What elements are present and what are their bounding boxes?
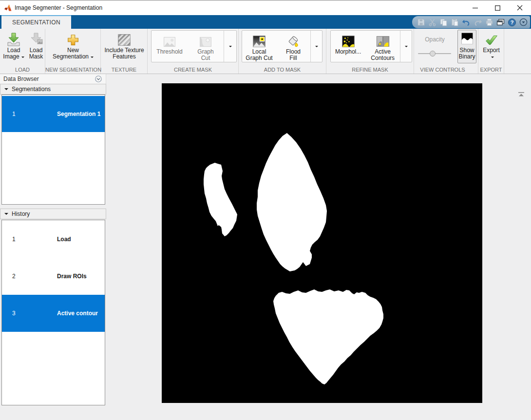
window-title: Image Segmenter - Segmentation [15, 4, 102, 11]
chevron-down-icon [405, 46, 408, 49]
threshold-button[interactable]: Threshold [152, 31, 188, 62]
image-segmenter-window: Image Segmenter - Segmentation SEGMENTAT… [0, 0, 531, 420]
segmentation-item-index: 1 [12, 111, 16, 117]
create-mask-gallery-dropdown[interactable] [224, 31, 236, 62]
chevron-down-icon [315, 46, 318, 49]
load-image-icon [6, 31, 21, 47]
graph-cut-label-2: Cut [201, 55, 210, 61]
section-label-add-to-mask: ADD TO MASK [239, 67, 326, 73]
history-item-label: Load [57, 236, 71, 243]
maximize-button[interactable] [486, 0, 509, 15]
matlab-logo-icon [4, 4, 12, 12]
dropdown-arrow [91, 57, 94, 59]
load-mask-button[interactable]: Load Mask [26, 31, 46, 60]
refine-mask-gallery: Morphol... Active Contours [330, 30, 412, 62]
refine-mask-gallery-dropdown[interactable] [400, 31, 412, 62]
flood-fill-button[interactable]: Flood Fill [276, 31, 310, 62]
print-icon[interactable] [485, 18, 493, 27]
help-icon[interactable]: ? [508, 18, 516, 27]
graph-cut-icon [199, 33, 212, 49]
section-label-texture: TEXTURE [101, 67, 147, 73]
section-refine-mask: Morphol... Active Contours [326, 29, 414, 74]
section-label-export: EXPORT [478, 67, 504, 73]
history-list-item[interactable]: 1 Load [2, 221, 105, 258]
section-label-view-controls: VIEW CONTROLS [407, 67, 478, 73]
morphology-button[interactable]: Morphol... [331, 31, 365, 62]
add-to-mask-gallery: Local Graph Cut Flood Fil [242, 30, 322, 62]
local-graph-cut-button[interactable]: Local Graph Cut [242, 31, 276, 62]
maximize-icon [495, 5, 500, 11]
include-texture-button[interactable]: Include Texture Features [102, 31, 147, 60]
close-button[interactable] [509, 0, 531, 15]
show-binary-label-2: Binary [458, 54, 475, 60]
history-header-label: History [12, 210, 30, 217]
collapse-ribbon-icon[interactable] [517, 91, 525, 98]
active-contours-button[interactable]: Active Contours [365, 31, 400, 62]
section-label-load: LOAD [0, 67, 45, 73]
opacity-slider-thumb[interactable] [430, 51, 436, 57]
data-browser-header: Data Browser [0, 74, 106, 84]
load-image-label-2: Image [3, 53, 19, 60]
show-binary-toggle[interactable]: Show Binary [457, 30, 476, 63]
add-to-mask-gallery-dropdown[interactable] [310, 31, 322, 62]
redo-icon[interactable] [474, 18, 482, 27]
segmentations-section-header[interactable]: Segmentations [0, 84, 106, 95]
history-item-label: Active contour [57, 310, 98, 317]
local-graph-cut-label-2: Graph Cut [246, 55, 272, 61]
data-browser-title: Data Browser [3, 76, 39, 82]
chevron-down-icon [229, 46, 232, 49]
history-list-item[interactable]: 3 Active contour [2, 295, 105, 332]
quick-access-toolbar: ? [412, 16, 530, 28]
minimize-button[interactable] [464, 0, 486, 15]
collapse-triangle-icon [4, 213, 8, 217]
active-contours-label-2: Contours [371, 55, 395, 61]
segmentation-list-item[interactable]: 1 Segmentation 1 [2, 96, 105, 132]
morphology-label-1: Morphol... [335, 49, 361, 55]
history-item-index: 1 [12, 236, 16, 243]
paste-icon[interactable] [451, 18, 459, 27]
export-icon [485, 31, 498, 47]
flood-fill-icon [286, 33, 301, 49]
cut-icon[interactable] [428, 18, 436, 27]
segmentation-canvas[interactable] [162, 83, 482, 403]
load-image-button[interactable]: Load Image [2, 31, 25, 60]
export-label: Export [483, 47, 500, 54]
history-list-item[interactable]: 2 Draw ROIs [2, 258, 105, 295]
local-graph-cut-icon [252, 33, 266, 49]
active-contours-icon [376, 33, 390, 49]
new-segmentation-icon [66, 31, 80, 47]
history-item-index: 2 [12, 273, 16, 280]
history-list: 1 Load 2 Draw ROIs 3 Active contour [1, 220, 105, 405]
tab-segmentation[interactable]: SEGMENTATION [1, 15, 71, 29]
ribbon: Load Image Load Mask LOAD [0, 29, 531, 74]
new-segmentation-button[interactable]: New Segmentation [46, 31, 100, 60]
layout-windows-icon[interactable] [496, 18, 505, 27]
history-section-header[interactable]: History [0, 209, 106, 219]
titlebar: Image Segmenter - Segmentation [0, 0, 531, 15]
new-segmentation-label-2: Segmentation [53, 53, 89, 60]
dropdown-arrow [491, 57, 494, 59]
close-icon [517, 5, 523, 11]
section-view-controls: Opacity Show Binary VIEW CONTROLS [414, 29, 478, 74]
threshold-icon [163, 33, 176, 49]
graph-cut-button[interactable]: Graph Cut [188, 31, 224, 62]
minimize-icon [473, 5, 478, 11]
tab-label: SEGMENTATION [12, 19, 60, 26]
load-mask-icon [28, 31, 44, 47]
more-menu-icon[interactable] [519, 18, 528, 27]
flood-fill-label-2: Fill [289, 55, 297, 61]
dropdown-arrow [21, 57, 24, 59]
threshold-label-1: Threshold [156, 49, 182, 55]
opacity-label: Opacity [414, 36, 455, 43]
collapse-triangle-icon [4, 88, 8, 92]
panel-menu-icon[interactable] [95, 76, 102, 82]
copy-icon[interactable] [439, 18, 448, 27]
segmentations-header-label: Segmentations [12, 86, 51, 93]
undo-icon[interactable] [462, 18, 471, 27]
section-export: Export EXPORT [478, 29, 504, 74]
export-button[interactable]: Export [480, 31, 503, 58]
load-mask-label-2: Mask [29, 54, 43, 60]
segmentations-list: 1 Segmentation 1 [1, 95, 105, 205]
section-load: Load Image Load Mask LOAD [0, 29, 45, 74]
save-icon[interactable] [417, 18, 425, 27]
